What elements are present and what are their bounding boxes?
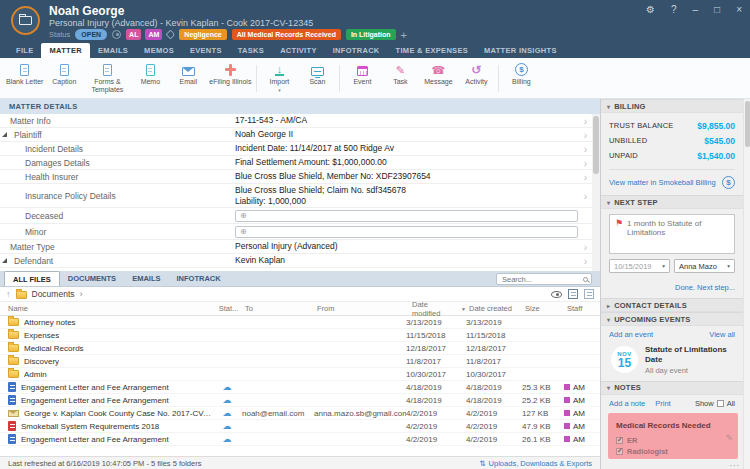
add-icon[interactable]: ⊕: [240, 227, 247, 236]
table-row[interactable]: Admin ☁ 10/30/2017 10/30/2017: [0, 368, 600, 381]
task-button[interactable]: ✎ Task: [381, 62, 419, 86]
matter-tag[interactable]: All Medical Records Received: [232, 29, 341, 40]
matter-detail-row[interactable]: Matter Type Personal Injury (Advanced) ›: [0, 240, 592, 254]
status-badge[interactable]: OPEN: [75, 29, 107, 40]
message-button[interactable]: ☎ Message: [419, 62, 457, 86]
deceased-field[interactable]: ⊕: [235, 210, 578, 222]
billing-button[interactable]: $ Billing: [502, 62, 540, 86]
matter-detail-row[interactable]: Damages Details Final Settlement Amount:…: [0, 156, 592, 170]
event-button[interactable]: Event: [343, 62, 381, 86]
next-step-date-dropdown[interactable]: 10/15/2019 ▾: [609, 259, 670, 273]
settings-gear-icon[interactable]: ⚙: [646, 4, 655, 15]
file-tab[interactable]: EMAILS: [124, 271, 168, 286]
matter-tag[interactable]: Negligence: [179, 29, 226, 40]
preview-eye-icon[interactable]: [551, 291, 562, 298]
main-tab[interactable]: TIME & EXPENSES: [388, 43, 476, 58]
item-checkbox[interactable]: [616, 437, 623, 444]
scrollbar-thumb[interactable]: [745, 101, 750, 147]
more-indicator[interactable]: ...: [729, 458, 740, 468]
next-step-note[interactable]: ⚑ 1 month to Statute of Limitations: [609, 214, 735, 254]
file-tab[interactable]: INFOTRACK: [168, 271, 228, 286]
main-tab[interactable]: MEMOS: [136, 43, 182, 58]
matter-detail-row[interactable]: Defendant Kevin Kaplan ›: [0, 254, 592, 268]
staff-initials-badge[interactable]: AM: [145, 29, 162, 40]
file-tab[interactable]: DOCUMENTS: [60, 271, 124, 286]
table-row[interactable]: Engagement Letter and Fee Arrangement ☁ …: [0, 394, 600, 407]
column-header-to[interactable]: To: [242, 304, 314, 313]
note-card[interactable]: Medical Records Needed ER Radiologist: [608, 413, 738, 459]
column-header-from[interactable]: From: [314, 304, 406, 313]
column-header-status[interactable]: Stat...: [212, 304, 242, 313]
table-row[interactable]: Discovery ☁ 11/8/2017 11/8/2017: [0, 355, 600, 368]
table-row[interactable]: Engagement Letter and Fee Arrangement ☁ …: [0, 433, 600, 446]
next-step-assignee-dropdown[interactable]: Anna Mazo ▾: [674, 259, 735, 273]
import-button[interactable]: ↓ Import ▾: [260, 62, 298, 94]
uploads-downloads-link[interactable]: ⇅ Uploads, Downloads & Exports: [479, 459, 592, 468]
main-tab[interactable]: MATTER INSIGHTS: [476, 43, 565, 58]
matter-details-scrollbar[interactable]: [592, 114, 600, 271]
main-tab[interactable]: MATTER: [41, 43, 90, 58]
expander-icon[interactable]: [2, 258, 7, 263]
table-row[interactable]: George v. Kaplan Cook County Case No. 20…: [0, 407, 600, 420]
dollar-circle-icon[interactable]: $: [722, 176, 735, 189]
item-checkbox[interactable]: [616, 448, 623, 455]
list-view-icon[interactable]: [568, 289, 578, 299]
matter-detail-row[interactable]: Matter Info 17-11-543 - AM/CA ›: [0, 114, 592, 128]
column-header-date-created[interactable]: Date created: [466, 304, 522, 313]
table-row[interactable]: Engagement Letter and Fee Arrangement ☁ …: [0, 381, 600, 394]
minimize-icon[interactable]: –: [693, 4, 699, 15]
matter-tag[interactable]: In Litigation: [346, 29, 396, 40]
contact-details-section-header[interactable]: ▸ CONTACT DETAILS: [601, 298, 743, 312]
column-header-name[interactable]: Name: [0, 304, 212, 313]
view-billing-link[interactable]: View matter in Smokeball Billing: [609, 178, 716, 187]
file-tab[interactable]: ALL FILES: [4, 271, 60, 286]
up-folder-icon[interactable]: ↑: [6, 289, 11, 299]
checklist-item[interactable]: ER: [616, 435, 730, 446]
next-step-section-header[interactable]: ▾ NEXT STEP: [601, 195, 743, 209]
minor-field[interactable]: ⊕: [235, 226, 578, 238]
edit-pencil-icon[interactable]: ✎: [725, 433, 733, 443]
scan-button[interactable]: Scan: [298, 62, 336, 86]
search-input[interactable]: [500, 274, 583, 285]
sidebar-scrollbar[interactable]: [743, 99, 750, 469]
activity-button[interactable]: ↺ Activity: [457, 62, 495, 86]
expander-icon[interactable]: [2, 132, 7, 137]
upcoming-event-item[interactable]: NOV 15 Statute of Limitations Date All d…: [601, 343, 743, 381]
matter-details-section-header[interactable]: MATTER DETAILS: [0, 99, 600, 114]
column-header-size[interactable]: Size: [522, 304, 564, 313]
print-notes-link[interactable]: Print: [655, 399, 670, 408]
main-tab[interactable]: FILE: [8, 43, 41, 58]
notes-section-header[interactable]: ▾ NOTES: [601, 381, 743, 395]
main-tab[interactable]: EVENTS: [182, 43, 230, 58]
table-row[interactable]: Attorney notes ☁ 3/13/2019 3/13/2019: [0, 316, 600, 329]
breadcrumb[interactable]: Documents: [32, 289, 75, 299]
add-icon[interactable]: ⊕: [240, 211, 247, 220]
scrollbar-thumb[interactable]: [593, 116, 599, 174]
memo-button[interactable]: Memo: [131, 62, 169, 86]
table-row[interactable]: Smokeball System Requirements 2018 ☁ 4/2…: [0, 420, 600, 433]
main-tab[interactable]: INFOTRACK: [325, 43, 388, 58]
add-note-link[interactable]: Add a note: [609, 399, 645, 408]
efiling-illinois-button[interactable]: eFiling Illinois: [207, 62, 253, 86]
blank-letter-button[interactable]: Blank Letter: [4, 62, 45, 86]
staff-initials-badge[interactable]: AL: [126, 29, 141, 40]
done-next-step-link[interactable]: Done. Next step...: [675, 283, 735, 292]
forms-templates-button[interactable]: Forms & Templates: [83, 62, 131, 94]
matter-detail-row[interactable]: Incident Details Incident Date: 11/14/20…: [0, 142, 592, 156]
main-tab[interactable]: EMAILS: [90, 43, 136, 58]
restore-icon[interactable]: □: [714, 4, 720, 15]
caption-button[interactable]: Caption: [45, 62, 83, 86]
email-button[interactable]: Email: [169, 62, 207, 86]
matter-detail-row[interactable]: Health Insurer Blue Cross Blue Shield, M…: [0, 170, 592, 184]
show-all-checkbox[interactable]: [717, 400, 724, 407]
close-icon[interactable]: ×: [736, 4, 742, 15]
view-all-events-link[interactable]: View all: [709, 330, 735, 339]
table-row[interactable]: Expenses ☁ 11/15/2018 11/15/2018: [0, 329, 600, 342]
add-event-link[interactable]: Add an event: [609, 330, 653, 339]
column-header-staff[interactable]: Staff: [564, 304, 600, 313]
matter-detail-row[interactable]: Plaintiff Noah George II ›: [0, 128, 592, 142]
billing-section-header[interactable]: ▾ BILLING: [601, 99, 743, 113]
upcoming-events-section-header[interactable]: ▾ UPCOMING EVENTS: [601, 312, 743, 326]
matter-detail-row[interactable]: Insurance Policy Details Blue Cross Blue…: [0, 184, 592, 208]
help-icon[interactable]: ?: [671, 4, 677, 15]
